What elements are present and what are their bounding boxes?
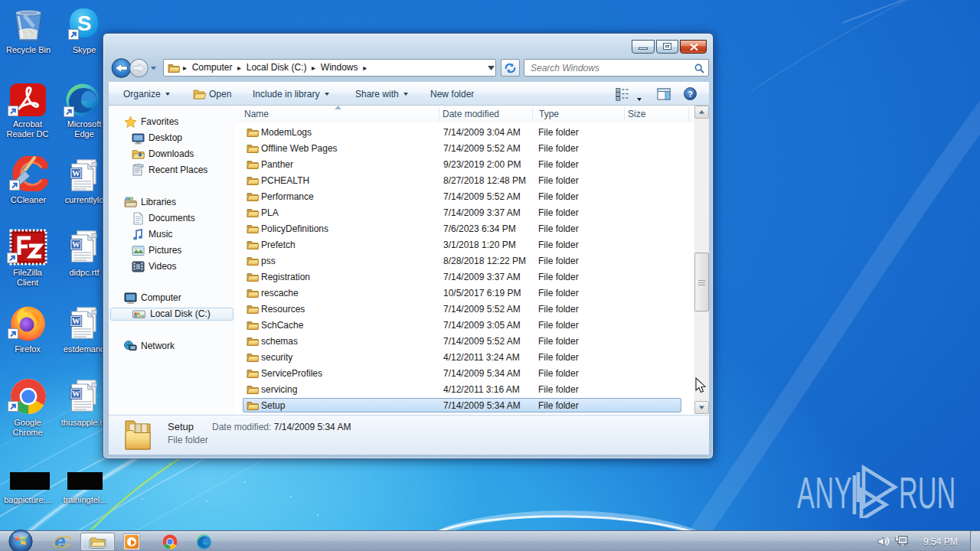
svg-text:?: ? [688,90,693,99]
svg-text:S: S [77,11,92,35]
svg-text:e: e [54,532,65,551]
